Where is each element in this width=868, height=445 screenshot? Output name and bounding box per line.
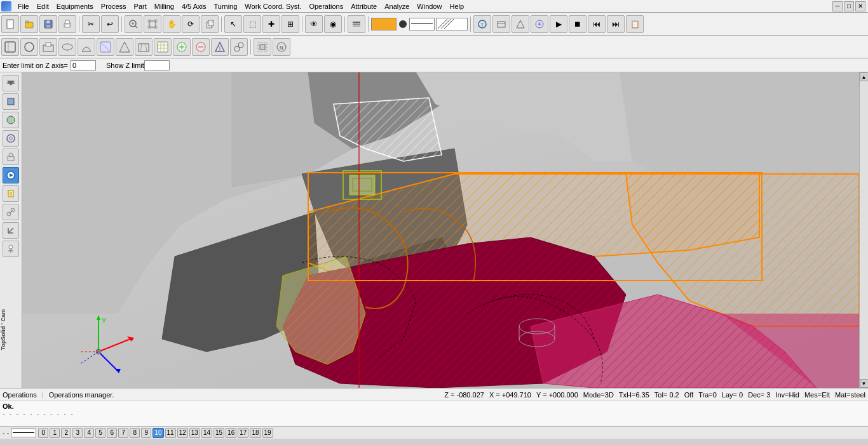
- hatch-style-selector[interactable]: [436, 18, 468, 30]
- tb2-btn-1[interactable]: [1, 38, 19, 56]
- layer-18-button[interactable]: 18: [250, 428, 261, 438]
- select-all-button[interactable]: ⊞: [281, 15, 299, 33]
- win-restore[interactable]: □: [844, 1, 854, 11]
- layer-11-button[interactable]: 11: [165, 428, 176, 438]
- point-style[interactable]: [399, 20, 407, 28]
- print-button[interactable]: [58, 15, 76, 33]
- tb2-btn-12[interactable]: [211, 38, 229, 56]
- layer-3-button[interactable]: 3: [72, 428, 83, 438]
- layer-6-button[interactable]: 6: [107, 428, 117, 438]
- cam-btn-1[interactable]: T: [473, 15, 491, 33]
- tb2-btn-6[interactable]: [97, 38, 114, 56]
- cam-btn-2[interactable]: [492, 15, 510, 33]
- layer-14-button[interactable]: 14: [201, 428, 212, 438]
- tb2-btn-5[interactable]: [78, 38, 95, 56]
- line-style-display[interactable]: [11, 428, 36, 437]
- line-style-selector[interactable]: [409, 18, 435, 30]
- scroll-down-arrow[interactable]: ▼: [860, 379, 869, 388]
- scroll-up-arrow[interactable]: ▲: [860, 72, 869, 81]
- menu-turning[interactable]: Turning: [210, 1, 241, 11]
- menu-process[interactable]: Process: [97, 1, 130, 11]
- cam-btn-6[interactable]: ⏹: [569, 15, 587, 33]
- cam-btn-4[interactable]: [531, 15, 548, 33]
- sidebar-btn-7[interactable]: [3, 185, 19, 202]
- view3d-button[interactable]: [201, 15, 219, 33]
- select-button[interactable]: ↖: [224, 15, 242, 33]
- select-box-button[interactable]: ⬚: [243, 15, 261, 33]
- tb2-btn-7[interactable]: [116, 38, 133, 56]
- menu-45axis[interactable]: 4/5 Axis: [178, 1, 210, 11]
- show-z-input[interactable]: [144, 60, 170, 70]
- cam-btn-5[interactable]: ▶: [550, 15, 567, 33]
- z-axis-input[interactable]: [71, 60, 96, 70]
- sidebar-btn-6[interactable]: [3, 167, 19, 183]
- tb2-btn-3[interactable]: [39, 38, 57, 56]
- sidebar-btn-1[interactable]: [3, 75, 19, 91]
- sidebar-btn-4[interactable]: [3, 130, 19, 147]
- tb2-btn-8[interactable]: [135, 38, 153, 56]
- layer-19-button[interactable]: 19: [262, 428, 273, 438]
- select-cross-button[interactable]: ✚: [262, 15, 280, 33]
- menu-file[interactable]: File: [14, 1, 33, 11]
- pan-button[interactable]: ✋: [163, 15, 180, 33]
- rotate-button[interactable]: ⟳: [182, 15, 200, 33]
- menu-workcoord[interactable]: Work Coord. Syst.: [241, 1, 305, 11]
- sidebar-btn-9[interactable]: [3, 222, 19, 239]
- 3d-viewport[interactable]: Y: [22, 72, 859, 388]
- sidebar-btn-8[interactable]: [3, 204, 19, 220]
- save-button[interactable]: [39, 15, 57, 33]
- menu-operations[interactable]: Operations: [305, 1, 347, 11]
- win-minimize[interactable]: ─: [832, 1, 843, 11]
- layer-0-button[interactable]: 0: [38, 428, 48, 438]
- layer-12-button[interactable]: 12: [177, 428, 188, 438]
- layer-13-button[interactable]: 13: [189, 428, 200, 438]
- layer-10-button[interactable]: 10: [153, 428, 163, 438]
- tb2-btn-10[interactable]: [173, 38, 191, 56]
- tb2-btn-4[interactable]: [58, 38, 76, 56]
- menu-help[interactable]: Help: [445, 1, 468, 11]
- menu-analyze[interactable]: Analyze: [381, 1, 413, 11]
- cam-btn-9[interactable]: 📋: [626, 15, 644, 33]
- menu-part[interactable]: Part: [130, 1, 151, 11]
- zoom-window-button[interactable]: [125, 15, 142, 33]
- tb2-btn-9[interactable]: [154, 38, 172, 56]
- open-button[interactable]: [20, 15, 38, 33]
- layer-5-button[interactable]: 5: [95, 428, 105, 438]
- layer-2-button[interactable]: 2: [61, 428, 71, 438]
- win-close[interactable]: ✕: [855, 1, 865, 11]
- color-selector[interactable]: [371, 18, 397, 30]
- cam-btn-7[interactable]: ⏮: [588, 15, 606, 33]
- zoom-fit-button[interactable]: [144, 15, 161, 33]
- sidebar-btn-2[interactable]: [3, 93, 19, 110]
- cut-button[interactable]: ✂: [82, 15, 100, 33]
- layer-8-button[interactable]: 8: [130, 428, 140, 438]
- cam-btn-3[interactable]: [512, 15, 529, 33]
- menu-milling[interactable]: Milling: [151, 1, 178, 11]
- sidebar-btn-5[interactable]: [3, 149, 19, 165]
- layer-15-button[interactable]: 15: [214, 428, 224, 438]
- tb2-btn-14[interactable]: [254, 38, 271, 56]
- tb2-btn-15[interactable]: N: [273, 38, 290, 56]
- tb2-btn-2[interactable]: [20, 38, 38, 56]
- right-scrollbar[interactable]: ▲ ▼: [859, 72, 868, 388]
- menu-window[interactable]: Window: [413, 1, 445, 11]
- layer-17-button[interactable]: 17: [238, 428, 248, 438]
- layer-1-button[interactable]: 1: [50, 428, 60, 438]
- cam-btn-8[interactable]: ⏭: [607, 15, 625, 33]
- new-button[interactable]: [1, 15, 19, 33]
- layer-button[interactable]: [348, 15, 365, 33]
- show-button[interactable]: ◉: [324, 15, 342, 33]
- layer-9-button[interactable]: 9: [141, 428, 151, 438]
- sidebar-btn-10[interactable]: [3, 241, 19, 257]
- menu-equipments[interactable]: Equipments: [53, 1, 97, 11]
- menu-edit[interactable]: Edit: [33, 1, 53, 11]
- menu-attribute[interactable]: Attribute: [347, 1, 381, 11]
- tb2-btn-11[interactable]: [192, 38, 210, 56]
- layer-4-button[interactable]: 4: [84, 428, 94, 438]
- undo-button[interactable]: ↩: [101, 15, 119, 33]
- tb2-btn-13[interactable]: [230, 38, 248, 56]
- sidebar-btn-3[interactable]: [3, 112, 19, 128]
- hide-button[interactable]: 👁: [305, 15, 323, 33]
- layer-7-button[interactable]: 7: [118, 428, 128, 438]
- layer-16-button[interactable]: 16: [226, 428, 236, 438]
